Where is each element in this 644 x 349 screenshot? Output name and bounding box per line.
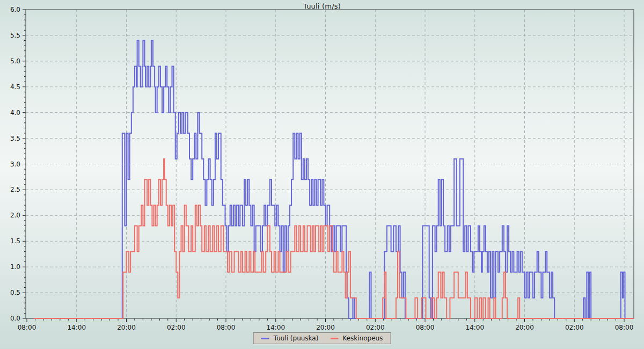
svg-text:08:00: 08:00 <box>18 324 36 331</box>
svg-text:14:00: 14:00 <box>67 324 86 331</box>
svg-text:5.0: 5.0 <box>10 57 20 65</box>
svg-text:08:00: 08:00 <box>416 324 435 331</box>
legend-label-average: Keskinopeus <box>342 335 383 342</box>
svg-text:1.5: 1.5 <box>10 237 20 245</box>
svg-text:20:00: 20:00 <box>515 324 534 331</box>
svg-text:4.0: 4.0 <box>10 109 20 117</box>
svg-text:08:00: 08:00 <box>615 324 634 331</box>
svg-text:4.5: 4.5 <box>10 83 20 91</box>
svg-text:20:00: 20:00 <box>316 324 335 331</box>
legend: Tuuli (puuska) Keskinopeus <box>253 332 391 344</box>
chart-svg: 0.00.51.01.52.02.53.03.54.04.55.05.56.00… <box>0 0 644 349</box>
gust-line-swatch <box>261 338 269 339</box>
svg-text:3.0: 3.0 <box>10 161 20 168</box>
svg-text:2.5: 2.5 <box>10 186 20 193</box>
svg-text:0.5: 0.5 <box>10 289 20 296</box>
legend-item-gust: Tuuli (puuska) <box>261 335 319 342</box>
svg-text:02:00: 02:00 <box>565 324 584 331</box>
svg-text:14:00: 14:00 <box>465 324 484 331</box>
legend-item-average: Keskinopeus <box>330 335 383 342</box>
svg-text:3.5: 3.5 <box>10 135 20 142</box>
legend-label-gust: Tuuli (puuska) <box>274 335 319 342</box>
svg-text:5.5: 5.5 <box>10 32 20 39</box>
svg-text:1.0: 1.0 <box>10 263 20 271</box>
svg-text:02:00: 02:00 <box>366 324 385 331</box>
svg-text:2.0: 2.0 <box>10 212 20 219</box>
svg-text:14:00: 14:00 <box>266 324 285 331</box>
average-line-swatch <box>330 338 338 339</box>
svg-text:0.0: 0.0 <box>10 315 20 322</box>
svg-text:02:00: 02:00 <box>167 324 186 331</box>
series-line-average <box>33 159 634 318</box>
svg-text:6.0: 6.0 <box>10 6 20 13</box>
svg-text:08:00: 08:00 <box>217 324 236 331</box>
svg-text:20:00: 20:00 <box>117 324 136 331</box>
